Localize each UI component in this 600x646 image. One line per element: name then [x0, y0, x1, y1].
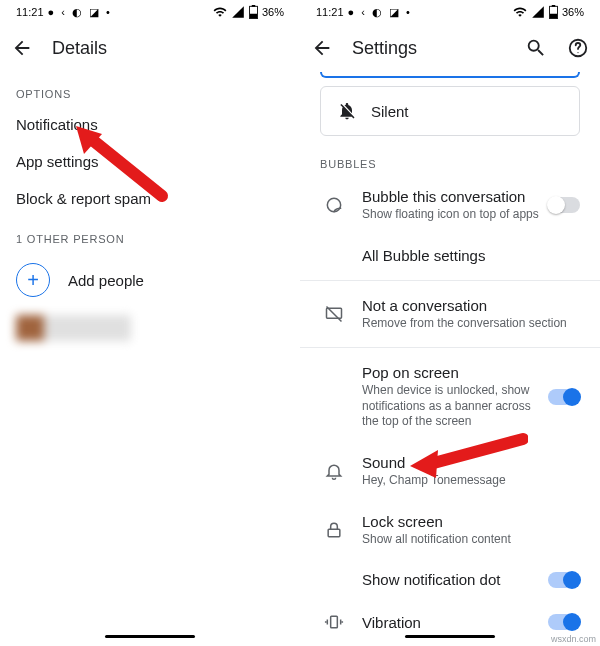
appbar-details: Details — [0, 24, 300, 72]
status-time: 11:21 — [16, 6, 44, 18]
nav-handle[interactable] — [405, 635, 495, 638]
switch-pop[interactable] — [548, 389, 580, 405]
svg-rect-5 — [550, 14, 557, 18]
bell-icon — [312, 461, 356, 481]
svg-rect-1 — [252, 5, 256, 7]
message-off-icon — [312, 304, 356, 324]
person-entry-blurred[interactable] — [16, 315, 131, 341]
lock-icon — [312, 520, 356, 540]
row-all-bubble[interactable]: All Bubble settings — [300, 235, 600, 276]
help-icon[interactable] — [566, 36, 590, 60]
status-notif-dots: ● ‹ ◐ ◪ • — [48, 6, 112, 19]
row-lock-screen[interactable]: Lock screen Show all notification conten… — [300, 501, 600, 560]
page-title: Settings — [352, 38, 506, 59]
row-notifications[interactable]: Notifications — [0, 106, 300, 143]
switch-dot[interactable] — [548, 572, 580, 588]
switch-vibration[interactable] — [548, 614, 580, 630]
divider — [300, 280, 600, 281]
status-bar: 11:21 ● ‹ ◐ ◪ • 36% — [300, 0, 600, 24]
signal-icon — [531, 5, 545, 19]
search-icon[interactable] — [524, 36, 548, 60]
svg-point-7 — [577, 52, 578, 53]
phone-details: 11:21 ● ‹ ◐ ◪ • 36% Details OPTIONS Noti… — [0, 0, 300, 646]
switch-bubble[interactable] — [548, 197, 580, 213]
battery-icon — [249, 5, 258, 19]
phone-settings: 11:21 ● ‹ ◐ ◪ • 36% Settings Silent BUBB… — [300, 0, 600, 646]
bell-off-icon — [337, 101, 357, 121]
row-notification-dot[interactable]: Show notification dot — [300, 559, 600, 600]
signal-icon — [231, 5, 245, 19]
status-notif-dots: ● ‹ ◐ ◪ • — [348, 6, 412, 19]
nav-handle[interactable] — [105, 635, 195, 638]
svg-point-8 — [327, 199, 340, 212]
status-bar: 11:21 ● ‹ ◐ ◪ • 36% — [0, 0, 300, 24]
row-app-settings[interactable]: App settings — [0, 143, 300, 180]
selected-option-cutoff — [320, 72, 580, 78]
row-block-report[interactable]: Block & report spam — [0, 180, 300, 217]
vibration-icon — [312, 612, 356, 632]
plus-icon: + — [16, 263, 50, 297]
back-icon[interactable] — [10, 36, 34, 60]
watermark: wsxdn.com — [551, 634, 596, 644]
page-title: Details — [52, 38, 290, 59]
row-pop-on-screen[interactable]: Pop on screen When device is unlocked, s… — [300, 352, 600, 442]
section-other-person: 1 OTHER PERSON — [0, 217, 300, 251]
section-options: OPTIONS — [0, 72, 300, 106]
option-silent[interactable]: Silent — [320, 86, 580, 136]
svg-rect-4 — [552, 5, 556, 7]
row-bubble-conversation[interactable]: Bubble this conversation Show floating i… — [300, 176, 600, 235]
row-sound[interactable]: Sound Hey, Champ Tonemessage — [300, 442, 600, 501]
status-battery: 36% — [262, 6, 284, 18]
row-add-people[interactable]: + Add people — [0, 251, 300, 309]
appbar-settings: Settings — [300, 24, 600, 72]
divider — [300, 347, 600, 348]
wifi-icon — [213, 5, 227, 19]
status-battery: 36% — [562, 6, 584, 18]
row-not-conversation[interactable]: Not a conversation Remove from the conve… — [300, 285, 600, 344]
svg-rect-10 — [328, 529, 340, 537]
back-icon[interactable] — [310, 36, 334, 60]
battery-icon — [549, 5, 558, 19]
wifi-icon — [513, 5, 527, 19]
svg-rect-11 — [331, 616, 338, 628]
svg-rect-2 — [250, 14, 257, 18]
status-time: 11:21 — [316, 6, 344, 18]
bubble-icon — [312, 195, 356, 215]
section-bubbles: BUBBLES — [300, 142, 600, 176]
